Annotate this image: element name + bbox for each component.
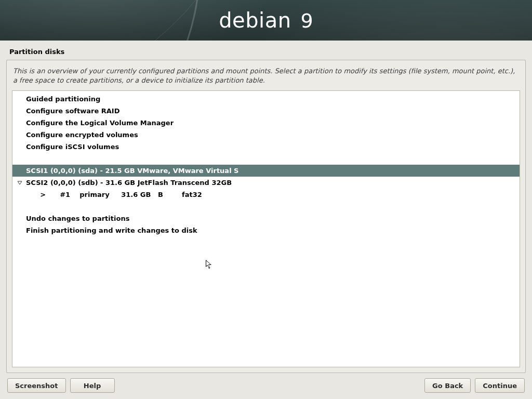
row-label: SCSI2 (0,0,0) (sdb) - 31.6 GB JetFlash T… — [24, 179, 232, 187]
screenshot-button[interactable]: Screenshot — [7, 378, 66, 393]
partition-listbox[interactable]: Guided partitioningConfigure software RA… — [12, 90, 520, 367]
go-back-button[interactable]: Go Back — [424, 378, 471, 393]
row-label: > #1 primary 31.6 GB B fat32 — [24, 191, 202, 198]
row-label: SCSI1 (0,0,0) (sda) - 21.5 GB VMware, VM… — [24, 167, 238, 175]
expander-icon — [16, 180, 24, 185]
svg-marker-0 — [18, 181, 22, 184]
help-button[interactable]: Help — [70, 378, 115, 393]
row-label: Undo changes to partitions — [24, 215, 129, 222]
brand-name: debian — [219, 8, 291, 32]
action-item[interactable]: Configure encrypted volumes — [12, 129, 520, 141]
row-label: Guided partitioning — [24, 95, 100, 103]
row-label: Finish partitioning and write changes to… — [24, 227, 197, 234]
blank-row — [12, 201, 520, 212]
action-item[interactable]: Undo changes to partitions — [12, 212, 520, 224]
instructions-text: This is an overview of your currently co… — [12, 65, 520, 90]
brand: debian 9 — [219, 8, 313, 32]
device-row[interactable]: SCSI1 (0,0,0) (sda) - 21.5 GB VMware, VM… — [12, 165, 520, 177]
partition-row[interactable]: > #1 primary 31.6 GB B fat32 — [12, 189, 520, 201]
action-item[interactable]: Configure the Logical Volume Manager — [12, 117, 520, 129]
action-item[interactable]: Configure software RAID — [12, 105, 520, 117]
action-item[interactable]: Guided partitioning — [12, 93, 520, 105]
action-item[interactable]: Configure iSCSI volumes — [12, 141, 520, 153]
row-label: Configure the Logical Volume Manager — [24, 119, 174, 127]
continue-button[interactable]: Continue — [475, 378, 525, 393]
row-label: Configure iSCSI volumes — [24, 143, 119, 151]
brand-version: 9 — [301, 9, 313, 32]
page: Partition disks This is an overview of y… — [0, 41, 532, 399]
main-panel: This is an overview of your currently co… — [6, 60, 526, 373]
device-row[interactable]: SCSI2 (0,0,0) (sdb) - 31.6 GB JetFlash T… — [12, 177, 520, 189]
page-title: Partition disks — [6, 46, 526, 60]
row-label: Configure software RAID — [24, 107, 119, 115]
installer-banner: debian 9 — [0, 0, 532, 41]
footer-buttons: Screenshot Help Go Back Continue — [6, 373, 526, 394]
row-label: Configure encrypted volumes — [24, 131, 138, 139]
action-item[interactable]: Finish partitioning and write changes to… — [12, 224, 520, 236]
blank-row — [12, 153, 520, 165]
